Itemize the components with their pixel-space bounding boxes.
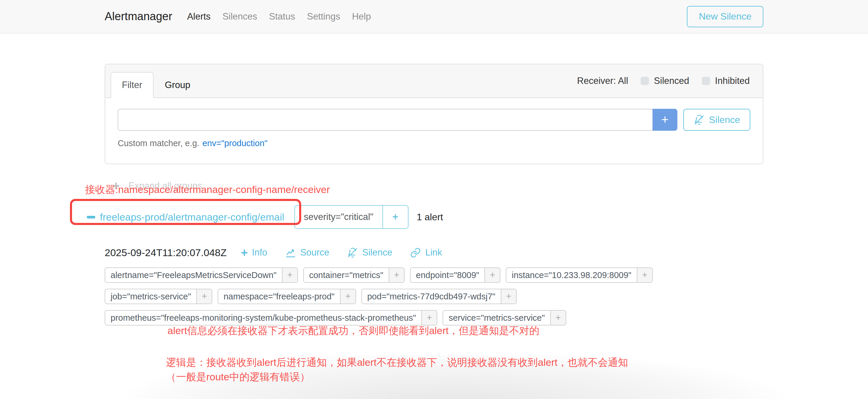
label-tag: endpoint="8009" +: [410, 267, 500, 283]
alert-item: 2025-09-24T11:20:07.048Z + Info Source: [105, 247, 763, 326]
link-icon: [410, 247, 421, 258]
filter-panel-header: Filter Group Receiver: All Silenced Inhi…: [105, 64, 763, 98]
label-tag: instance="10.233.98.209:8009" +: [506, 267, 653, 283]
label-tag-add-button[interactable]: +: [421, 311, 437, 325]
label-tag-add-button[interactable]: +: [550, 311, 566, 325]
silence-filter-button[interactable]: Silence: [683, 109, 750, 131]
label-tag-add-button[interactable]: +: [282, 268, 297, 282]
label-tag: pod="metrics-77d9cdb497-wdsj7" +: [361, 289, 517, 304]
alert-info-label: Info: [252, 247, 268, 258]
label-tag-button[interactable]: pod="metrics-77d9cdb497-wdsj7": [362, 289, 501, 304]
nav-item-settings[interactable]: Settings: [307, 11, 340, 22]
new-silence-button[interactable]: New Silence: [687, 6, 763, 27]
alert-source-link[interactable]: Source: [285, 247, 329, 258]
label-tag-add-button[interactable]: +: [501, 289, 516, 304]
custom-matcher-hint: Custom matcher, e.g.env="production": [118, 139, 750, 148]
collapse-minus-icon: [87, 216, 95, 218]
receiver-group-row: freeleaps-prod/alertmanager-config/email…: [87, 205, 763, 229]
bell-slash-icon: [347, 247, 358, 258]
label-tag-button[interactable]: endpoint="8009": [410, 268, 485, 282]
inhibited-filter[interactable]: Inhibited: [702, 75, 750, 86]
main-nav: Alerts Silences Status Settings Help: [187, 11, 371, 22]
inhibited-label: Inhibited: [715, 75, 750, 86]
label-tag-add-button[interactable]: +: [637, 268, 652, 282]
app-brand[interactable]: Alertmanager: [105, 10, 172, 23]
label-tag-button[interactable]: service="metrics-service": [443, 311, 550, 325]
label-tag-button[interactable]: container="metrics": [304, 268, 389, 282]
annotation-receiver-note: 接收器:namespace/altermanager-config-name/r…: [85, 183, 330, 196]
label-tag: alertname="FreeleapsMetricsServiceDown" …: [105, 267, 298, 283]
alert-count: 1 alert: [417, 212, 443, 223]
label-tag-add-button[interactable]: +: [196, 289, 212, 304]
add-matcher-button[interactable]: +: [652, 109, 677, 131]
inhibited-checkbox[interactable]: [702, 77, 710, 85]
hint-example-link[interactable]: env="production": [203, 139, 268, 148]
hint-text: Custom matcher, e.g.: [118, 139, 199, 148]
alert-silence-label: Silence: [362, 247, 393, 258]
label-tag-add-button[interactable]: +: [485, 268, 500, 282]
matcher-input[interactable]: [118, 109, 652, 131]
silenced-filter[interactable]: Silenced: [641, 75, 689, 86]
annotation-note1: alert信息必须在接收器下才表示配置成功，否则即使能看到alert，但是通知是…: [167, 324, 539, 338]
annotation-note2-line2: （一般是route中的逻辑有错误）: [166, 370, 628, 384]
filter-panel: Filter Group Receiver: All Silenced Inhi…: [105, 64, 763, 164]
chart-line-icon: [285, 247, 296, 258]
alert-actions: + Info Source: [241, 247, 442, 258]
filter-panel-body: + Silence Custom matcher, e.g.env="produ…: [105, 98, 763, 164]
nav-item-status[interactable]: Status: [269, 11, 295, 22]
label-tag-add-button[interactable]: +: [389, 268, 404, 282]
receiver-group-name: freeleaps-prod/alertmanager-config/email: [100, 211, 284, 223]
label-tag: namespace="freeleaps-prod" +: [218, 289, 356, 304]
plus-icon: +: [241, 247, 248, 258]
label-tag-add-button[interactable]: +: [340, 289, 355, 304]
label-tag-button[interactable]: instance="10.233.98.209:8009": [506, 268, 637, 282]
alert-info-button[interactable]: + Info: [241, 247, 267, 258]
alert-source-label: Source: [300, 247, 329, 258]
receiver-filter-label[interactable]: Receiver: All: [577, 75, 628, 86]
group-matcher-add-button[interactable]: +: [382, 206, 408, 228]
group-matcher-button[interactable]: severity="critical": [295, 206, 382, 228]
label-tag-button[interactable]: alertname="FreeleapsMetricsServiceDown": [105, 268, 282, 282]
tab-filter[interactable]: Filter: [111, 72, 154, 98]
receiver-group-toggle[interactable]: freeleaps-prod/alertmanager-config/email: [87, 211, 284, 223]
label-tag: container="metrics" +: [303, 267, 405, 283]
label-tag-button[interactable]: job="metrics-service": [105, 289, 196, 304]
nav-item-silences[interactable]: Silences: [222, 11, 257, 22]
label-tag: service="metrics-service" +: [443, 310, 566, 326]
nav-item-help[interactable]: Help: [352, 11, 371, 22]
label-tag-button[interactable]: prometheus="freeleaps-monitoring-system/…: [105, 311, 421, 325]
alert-silence-button[interactable]: Silence: [347, 247, 393, 258]
alert-link-button[interactable]: Link: [410, 247, 442, 258]
navbar: Alertmanager Alerts Silences Status Sett…: [0, 0, 868, 33]
matcher-input-group: +: [118, 109, 677, 131]
filter-tabs: Filter Group: [111, 72, 202, 98]
alert-link-label: Link: [425, 247, 442, 258]
label-tag: job="metrics-service" +: [105, 289, 212, 304]
filter-header-options: Receiver: All Silenced Inhibited: [577, 75, 750, 86]
silenced-label: Silenced: [654, 75, 689, 86]
alert-labels: alertname="FreeleapsMetricsServiceDown" …: [105, 267, 763, 326]
alert-timestamp: 2025-09-24T11:20:07.048Z: [105, 247, 226, 258]
silenced-checkbox[interactable]: [641, 77, 649, 85]
tab-group[interactable]: Group: [154, 72, 202, 98]
group-matcher-chip: severity="critical" +: [294, 205, 408, 229]
nav-item-alerts[interactable]: Alerts: [187, 11, 211, 22]
annotation-note2-line1: 逻辑是：接收器收到alert后进行通知，如果alert不在接收器下，说明接收器没…: [166, 355, 628, 370]
silence-filter-label: Silence: [709, 115, 740, 125]
annotation-note2: 逻辑是：接收器收到alert后进行通知，如果alert不在接收器下，说明接收器没…: [166, 355, 628, 384]
bell-slash-icon: [694, 115, 705, 125]
label-tag: prometheus="freeleaps-monitoring-system/…: [105, 310, 437, 326]
label-tag-button[interactable]: namespace="freeleaps-prod": [218, 289, 340, 304]
